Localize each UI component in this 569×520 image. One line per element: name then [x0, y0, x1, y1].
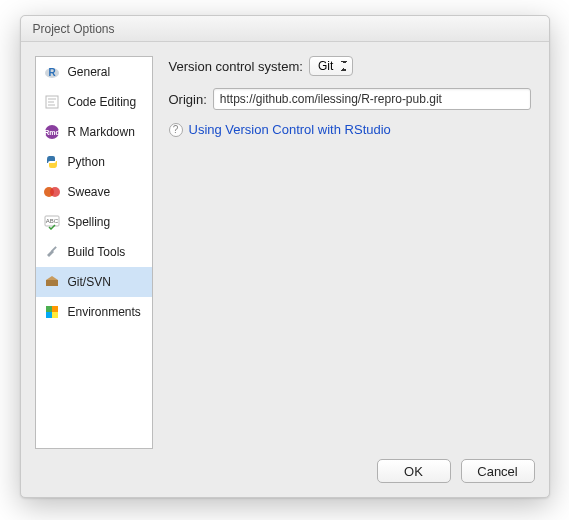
origin-input[interactable]: [213, 88, 531, 110]
footer: OK Cancel: [35, 449, 535, 483]
sidebar-item-label: Python: [68, 155, 105, 169]
vcs-select-wrap: Git: [309, 56, 353, 76]
body: R General Code Editing Rmd R Markdown: [35, 56, 535, 449]
sidebar-item-label: Code Editing: [68, 95, 137, 109]
rmarkdown-icon: Rmd: [44, 124, 60, 140]
git-svn-icon: [44, 274, 60, 290]
spelling-icon: ABC: [44, 214, 60, 230]
sidebar-item-general[interactable]: R General: [36, 57, 152, 87]
sidebar-item-spelling[interactable]: ABC Spelling: [36, 207, 152, 237]
sidebar-item-python[interactable]: Python: [36, 147, 152, 177]
vcs-row: Version control system: Git: [169, 56, 531, 76]
environments-icon: [44, 304, 60, 320]
sidebar-item-label: General: [68, 65, 111, 79]
help-row: ? Using Version Control with RStudio: [169, 122, 531, 137]
titlebar: Project Options: [21, 16, 549, 42]
ok-button[interactable]: OK: [377, 459, 451, 483]
sidebar: R General Code Editing Rmd R Markdown: [35, 56, 153, 449]
sidebar-item-label: Sweave: [68, 185, 111, 199]
svg-text:ABC: ABC: [45, 218, 58, 224]
svg-rect-12: [51, 246, 57, 252]
sidebar-item-label: Git/SVN: [68, 275, 111, 289]
svg-rect-13: [46, 306, 52, 312]
python-icon: [44, 154, 60, 170]
window-title: Project Options: [33, 22, 115, 36]
svg-point-9: [50, 187, 60, 197]
sidebar-item-label: Spelling: [68, 215, 111, 229]
svg-text:Rmd: Rmd: [44, 129, 60, 136]
build-tools-icon: [44, 244, 60, 260]
content-area: R General Code Editing Rmd R Markdown: [21, 42, 549, 497]
sidebar-item-environments[interactable]: Environments: [36, 297, 152, 327]
svg-rect-15: [46, 312, 52, 318]
project-options-dialog: Project Options R General Code Editing: [20, 15, 550, 498]
cancel-button[interactable]: Cancel: [461, 459, 535, 483]
origin-row: Origin:: [169, 88, 531, 110]
sidebar-item-git-svn[interactable]: Git/SVN: [36, 267, 152, 297]
sweave-icon: [44, 184, 60, 200]
sidebar-item-sweave[interactable]: Sweave: [36, 177, 152, 207]
code-editing-icon: [44, 94, 60, 110]
main-panel: Version control system: Git Origin: ? Us…: [165, 56, 535, 449]
question-mark-icon: ?: [169, 123, 183, 137]
help-link[interactable]: Using Version Control with RStudio: [189, 122, 391, 137]
svg-rect-14: [52, 306, 58, 312]
sidebar-item-label: Build Tools: [68, 245, 126, 259]
svg-rect-16: [52, 312, 58, 318]
r-logo-icon: R: [44, 64, 60, 80]
sidebar-item-code-editing[interactable]: Code Editing: [36, 87, 152, 117]
sidebar-item-label: R Markdown: [68, 125, 135, 139]
vcs-label: Version control system:: [169, 59, 303, 74]
sidebar-item-label: Environments: [68, 305, 141, 319]
svg-text:R: R: [48, 67, 56, 78]
sidebar-item-build-tools[interactable]: Build Tools: [36, 237, 152, 267]
origin-label: Origin:: [169, 92, 207, 107]
sidebar-item-rmarkdown[interactable]: Rmd R Markdown: [36, 117, 152, 147]
vcs-select[interactable]: Git: [309, 56, 353, 76]
